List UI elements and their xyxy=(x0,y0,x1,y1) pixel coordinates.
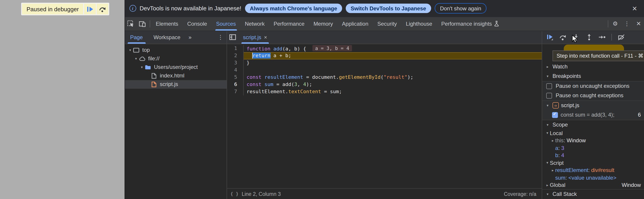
code-content: resultElement.textContent = sum; xyxy=(244,88,542,95)
scope-var-b[interactable]: b: 4 xyxy=(542,152,644,159)
var-value: 4 xyxy=(561,152,564,159)
close-tab-icon[interactable]: × xyxy=(264,34,267,40)
scope-group-local[interactable]: ▾ Local xyxy=(542,129,644,137)
gutter-line-7[interactable]: 7 xyxy=(227,88,244,95)
tree-item-top[interactable]: ▾ top xyxy=(125,46,226,54)
tab-label: Network xyxy=(245,21,264,27)
editor-statusbar: { } Line 2, Column 3 Coverage: n/a xyxy=(227,188,542,199)
inspect-element-button[interactable] xyxy=(125,17,136,30)
always-match-language-button[interactable]: Always match Chrome's language xyxy=(245,4,342,13)
checkbox-checked[interactable] xyxy=(552,112,558,118)
tab-lighthouse[interactable]: Lighthouse xyxy=(401,17,436,30)
step-button[interactable] xyxy=(598,34,606,41)
tree-item-label: script.js xyxy=(160,81,178,87)
checkbox-label: Pause on uncaught exceptions xyxy=(556,83,630,89)
resume-button[interactable] xyxy=(546,34,554,41)
step-icon xyxy=(598,34,606,41)
dont-show-again-button[interactable]: Don't show again xyxy=(435,3,487,14)
var-name: a xyxy=(555,145,558,151)
deactivate-breakpoints-button[interactable] xyxy=(618,34,625,41)
tree-item-file-protocol[interactable]: ▾ file:// xyxy=(125,54,226,63)
tab-elements[interactable]: Elements xyxy=(151,17,183,30)
section-scope[interactable]: ▾ Scope xyxy=(542,120,644,129)
tab-label: Sources xyxy=(216,21,236,27)
scope-var-resultElement[interactable]: ▸ resultElement: div#result xyxy=(542,166,644,174)
gutter-line-4[interactable]: 4 xyxy=(227,66,244,74)
coverage-status: Coverage: n/a xyxy=(504,191,538,196)
breakpoint-entry-row[interactable]: const sum = add(3, 4); 6 xyxy=(542,110,644,120)
gutter-line-3[interactable]: 3 xyxy=(227,59,244,66)
settings-button[interactable]: ⚙ xyxy=(610,17,621,30)
pause-uncaught-exceptions-row[interactable]: Pause on uncaught exceptions xyxy=(542,81,644,91)
navigator-tab-page[interactable]: Page xyxy=(125,31,148,44)
devtools-menu-button[interactable]: ⋮ xyxy=(621,17,633,30)
tree-item-project-folder[interactable]: ▾ Users/user/project xyxy=(125,63,226,71)
tab-memory[interactable]: Memory xyxy=(309,17,338,30)
section-watch[interactable]: ▸ Watch xyxy=(542,62,644,71)
tab-application[interactable]: Application xyxy=(338,17,373,30)
gutter-line-1[interactable]: 1 xyxy=(227,45,244,52)
scope-var-this[interactable]: ▸ this: Window xyxy=(542,137,644,144)
code-editor[interactable]: 1 function add(a, b) {a = 3, b = 4 2 ret… xyxy=(227,44,542,188)
resume-icon xyxy=(87,6,94,12)
toggle-device-toolbar-button[interactable] xyxy=(136,17,148,30)
switch-to-japanese-button[interactable]: Switch DevTools to Japanese xyxy=(346,4,431,13)
close-devtools-button[interactable]: ✕ xyxy=(633,17,644,30)
var-value: Window xyxy=(567,137,586,144)
tab-label: Memory xyxy=(314,21,333,27)
inspect-icon xyxy=(127,20,134,27)
navigator-menu-button[interactable]: ⋮ xyxy=(215,31,226,44)
chevron-down-icon: ▾ xyxy=(545,103,550,107)
pause-caught-exceptions-row[interactable]: Pause on caught exceptions xyxy=(542,91,644,100)
hide-navigator-button[interactable] xyxy=(227,31,238,44)
chevron-right-icon: ▸ xyxy=(545,183,550,187)
folder-icon xyxy=(144,64,151,70)
breakpoint-file-row[interactable]: ▾ ‹› script.js xyxy=(542,101,644,110)
step-over-button[interactable] xyxy=(96,4,108,15)
scope-var-sum[interactable]: sum: <value unavailable> xyxy=(542,174,644,181)
notification-close-icon[interactable]: ✕ xyxy=(632,5,637,12)
chevron-down-icon[interactable]: ▾ xyxy=(133,57,139,61)
screenshot-root: Paused in debugger i DevTools is now ava… xyxy=(0,0,644,199)
code-content: const sum = add(3, 4); xyxy=(244,81,542,88)
code-line-1: 1 function add(a, b) {a = 3, b = 4 xyxy=(227,45,542,52)
tree-item-script-js[interactable]: script.js xyxy=(125,80,226,88)
tab-label: Lighthouse xyxy=(406,21,432,27)
editor-tab-script-js[interactable]: script.js × xyxy=(238,31,272,44)
section-title: Breakpoints xyxy=(552,73,581,79)
devtools-window: i DevTools is now available in Japanese!… xyxy=(124,0,644,199)
section-title: Watch xyxy=(552,64,568,70)
section-title: Scope xyxy=(552,122,568,128)
navigator-tab-workspace[interactable]: Workspace xyxy=(148,31,186,44)
resume-script-button[interactable] xyxy=(84,4,96,15)
step-out-button[interactable] xyxy=(585,34,592,41)
gutter-line-2[interactable]: 2 xyxy=(227,52,244,59)
editor-pane: script.js × 1 function add(a, b) {a = 3,… xyxy=(227,31,542,199)
tab-network[interactable]: Network xyxy=(240,17,269,30)
more-tabs-button[interactable]: » xyxy=(186,34,194,40)
gutter-line-5[interactable]: 5 xyxy=(227,74,244,81)
tree-item-label: Users/user/project xyxy=(154,64,198,70)
tab-performance[interactable]: Performance xyxy=(269,17,309,30)
scope-group-title: Local xyxy=(550,130,563,136)
tab-performance-insights[interactable]: Performance insights xyxy=(437,17,504,30)
pretty-print-button[interactable]: { } xyxy=(230,191,238,196)
var-name: this xyxy=(555,137,564,144)
chevron-right-icon: ▸ xyxy=(550,139,555,143)
checkbox-unchecked[interactable] xyxy=(546,93,552,98)
tab-security[interactable]: Security xyxy=(373,17,402,30)
step-over-button[interactable] xyxy=(559,34,566,41)
breakpoint-code: const sum = add(3, 4); xyxy=(560,112,614,118)
tree-item-index-html[interactable]: index.html xyxy=(125,71,226,80)
checkbox-unchecked[interactable] xyxy=(546,83,552,89)
section-call-stack[interactable]: ▾ Call Stack xyxy=(542,189,644,199)
scope-group-script[interactable]: ▾ Script xyxy=(542,159,644,166)
section-breakpoints[interactable]: ▾ Breakpoints xyxy=(542,71,644,81)
scope-group-global[interactable]: ▸ Global Window xyxy=(542,181,644,189)
scope-var-a[interactable]: a: 3 xyxy=(542,144,644,152)
chevron-down-icon[interactable]: ▾ xyxy=(139,65,144,69)
chevron-down-icon[interactable]: ▾ xyxy=(128,48,133,52)
tab-console[interactable]: Console xyxy=(183,17,212,30)
tab-sources[interactable]: Sources xyxy=(212,17,240,30)
gutter-line-6-breakpoint[interactable]: 6 xyxy=(227,81,244,88)
